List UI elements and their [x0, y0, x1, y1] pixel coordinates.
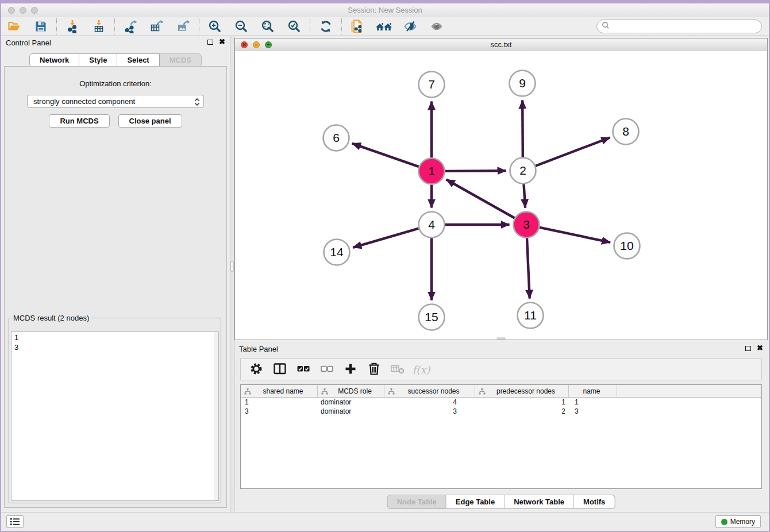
close-table-panel-icon[interactable]: ✖: [757, 345, 763, 352]
edge-1-2[interactable]: [445, 171, 506, 171]
column-header-predecessor-nodes[interactable]: predecessor nodes: [475, 385, 569, 397]
tab-edge-table[interactable]: Edge Table: [446, 495, 505, 509]
table-row[interactable]: 3dominator323: [241, 407, 761, 416]
open-folder-button[interactable]: [6, 18, 23, 34]
table-body: 1dominator4113dominator323: [241, 398, 761, 416]
node-1[interactable]: 1: [419, 159, 445, 184]
gear-button[interactable]: [247, 361, 266, 378]
node-table[interactable]: shared nameMCDS rolesuccessor nodesprede…: [240, 384, 762, 489]
search-input[interactable]: [612, 21, 761, 32]
criterion-select[interactable]: strongly connected component: [27, 95, 204, 108]
node-9[interactable]: 9: [510, 71, 536, 97]
node-10[interactable]: 10: [614, 233, 640, 259]
node-14[interactable]: 14: [324, 240, 350, 265]
title-bar: Session: New Session: [1, 3, 769, 18]
canvas-grip-icon[interactable]: [496, 337, 506, 340]
close-panel-icon[interactable]: ✖: [219, 38, 225, 45]
mcds-result-text[interactable]: 1 3: [11, 331, 219, 501]
export-network-button[interactable]: [122, 18, 139, 34]
tab-network[interactable]: Network: [29, 53, 79, 67]
node-6[interactable]: 6: [324, 125, 349, 151]
network-graph[interactable]: 7968124314101511: [235, 51, 765, 340]
table-cell[interactable]: 3: [241, 407, 318, 416]
import-table-button[interactable]: [90, 18, 107, 34]
tab-style[interactable]: Style: [79, 53, 117, 67]
network-window-titlebar[interactable]: ✕ − + scc.txt: [235, 38, 767, 52]
search-box[interactable]: [596, 20, 762, 33]
network-from-file-button[interactable]: [349, 18, 366, 34]
node-8[interactable]: 8: [613, 119, 639, 145]
table-cell[interactable]: 1: [569, 398, 617, 407]
edge-4-14[interactable]: [353, 229, 418, 248]
table-cell[interactable]: 4: [384, 398, 475, 407]
column-header-name[interactable]: name: [569, 385, 617, 397]
home-button[interactable]: [375, 18, 392, 34]
column-header-shared-name[interactable]: shared name: [241, 385, 318, 397]
table-cell[interactable]: 1: [475, 398, 569, 407]
table-panel-title: Table Panel: [239, 345, 278, 353]
close-panel-button[interactable]: Close panel: [118, 114, 182, 128]
node-3[interactable]: 3: [514, 212, 540, 238]
node-2[interactable]: 2: [510, 158, 536, 184]
edge-2-8[interactable]: [536, 138, 610, 166]
tab-motifs[interactable]: Motifs: [574, 495, 615, 509]
hide-panels-button[interactable]: [402, 18, 419, 34]
edge-2-9[interactable]: [522, 101, 523, 157]
refresh-button[interactable]: [317, 18, 334, 34]
export-image-button[interactable]: [175, 18, 192, 34]
network-canvas[interactable]: 7968124314101511: [235, 51, 767, 340]
add-button[interactable]: [341, 361, 360, 378]
tab-node-table[interactable]: Node Table: [387, 495, 446, 509]
toolbar-separator: [114, 18, 115, 34]
edge-2-3[interactable]: [524, 184, 526, 208]
network-from-file-icon: [350, 19, 365, 34]
zoom-selected-button[interactable]: [286, 18, 303, 34]
zoom-in-button[interactable]: [206, 18, 224, 34]
table-cell[interactable]: dominator: [318, 407, 384, 416]
split-pane-button[interactable]: [270, 361, 290, 378]
column-header-successor-nodes[interactable]: successor nodes: [384, 385, 475, 397]
panel-divider[interactable]: [230, 36, 234, 512]
result-scrollbar[interactable]: [214, 332, 218, 500]
search-icon: [602, 21, 610, 32]
edge-3-10[interactable]: [540, 228, 610, 242]
show-panels-button[interactable]: [428, 18, 445, 34]
svg-text:6: 6: [333, 131, 340, 144]
tab-network-table[interactable]: Network Table: [505, 495, 574, 509]
node-15[interactable]: 15: [419, 304, 445, 330]
delete-button[interactable]: [364, 361, 384, 378]
table-cell[interactable]: 3: [384, 407, 475, 416]
edge-3-1[interactable]: [446, 180, 515, 218]
node-4[interactable]: 4: [419, 212, 445, 238]
run-mcds-button[interactable]: Run MCDS: [49, 114, 109, 128]
float-table-panel-icon[interactable]: [745, 346, 751, 351]
deselect-all-button[interactable]: [317, 361, 337, 378]
float-panel-icon[interactable]: [207, 40, 213, 45]
table-cell[interactable]: 3: [569, 407, 617, 416]
zoom-fit-button[interactable]: [259, 18, 276, 34]
column-header-MCDS-role[interactable]: MCDS role: [318, 385, 384, 397]
edge-1-6[interactable]: [352, 144, 419, 167]
divider-grip-icon[interactable]: [230, 261, 234, 272]
edge-3-11[interactable]: [527, 238, 530, 299]
select-all-button[interactable]: [294, 361, 313, 378]
tab-select[interactable]: Select: [117, 53, 159, 67]
status-bar: Memory: [1, 512, 769, 531]
task-history-button[interactable]: [6, 515, 24, 528]
memory-button[interactable]: Memory: [715, 515, 761, 528]
toolbar-group: [317, 18, 334, 34]
gear-icon: [250, 363, 263, 377]
home-icon: [375, 20, 392, 33]
table-cell[interactable]: 2: [475, 407, 569, 416]
node-7[interactable]: 7: [419, 72, 445, 98]
tab-mcds[interactable]: MCDS: [160, 53, 202, 67]
table-cell[interactable]: dominator: [318, 398, 384, 407]
import-network-button[interactable]: [64, 18, 81, 34]
zoom-out-button[interactable]: [233, 18, 250, 34]
table-row[interactable]: 1dominator411: [241, 398, 761, 407]
node-11[interactable]: 11: [518, 303, 544, 329]
svg-text:2: 2: [519, 164, 526, 177]
save-button[interactable]: [32, 18, 49, 34]
table-cell[interactable]: 1: [241, 398, 318, 407]
export-table-button[interactable]: [148, 18, 165, 34]
